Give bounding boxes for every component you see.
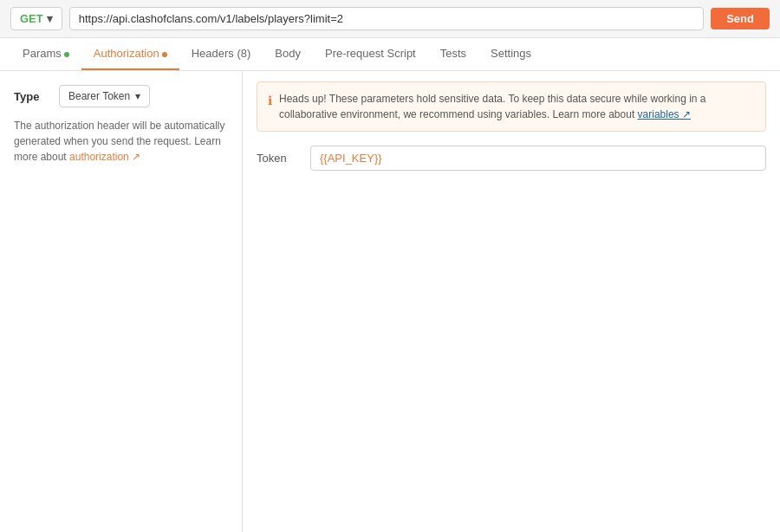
method-dropdown-icon: ▾ [47,12,53,25]
info-banner: ℹ Heads up! These parameters hold sensit… [257,81,766,132]
bearer-token-select[interactable]: Bearer Token ▾ [59,85,150,107]
auth-left-panel: Type Bearer Token ▾ The authorization he… [0,71,243,532]
tab-prerequest[interactable]: Pre-request Script [313,38,428,70]
auth-right-panel: ℹ Heads up! These parameters hold sensit… [243,71,780,532]
tab-authorization[interactable]: Authorization [81,38,179,70]
auth-dot [162,52,167,57]
auth-learn-more-link[interactable]: authorization ↗ [69,151,140,163]
tab-tests[interactable]: Tests [428,38,478,70]
type-label: Type [14,90,49,103]
bearer-dropdown-icon: ▾ [135,90,140,102]
url-input[interactable] [69,7,704,30]
tab-body[interactable]: Body [263,38,313,70]
tab-params[interactable]: Params [10,38,81,70]
token-row: Token [257,146,766,171]
tab-settings[interactable]: Settings [478,38,543,70]
token-input[interactable] [310,146,766,171]
url-bar: GET ▾ Send [0,0,780,38]
method-select[interactable]: GET ▾ [10,7,62,30]
params-dot [64,52,69,57]
type-row: Type Bearer Token ▾ [14,85,228,107]
method-label: GET [20,12,43,25]
info-icon: ℹ [268,92,272,110]
variables-link[interactable]: variables ↗ [638,108,691,120]
token-label: Token [257,152,300,165]
top-nav-tabs: Params Authorization Headers (8) Body Pr… [0,38,780,71]
tab-headers[interactable]: Headers (8) [179,38,263,70]
auto-desc-text: The authorization header will be automat… [14,118,228,165]
send-button[interactable]: Send [711,8,770,29]
auth-content-area: Type Bearer Token ▾ The authorization he… [0,71,780,532]
